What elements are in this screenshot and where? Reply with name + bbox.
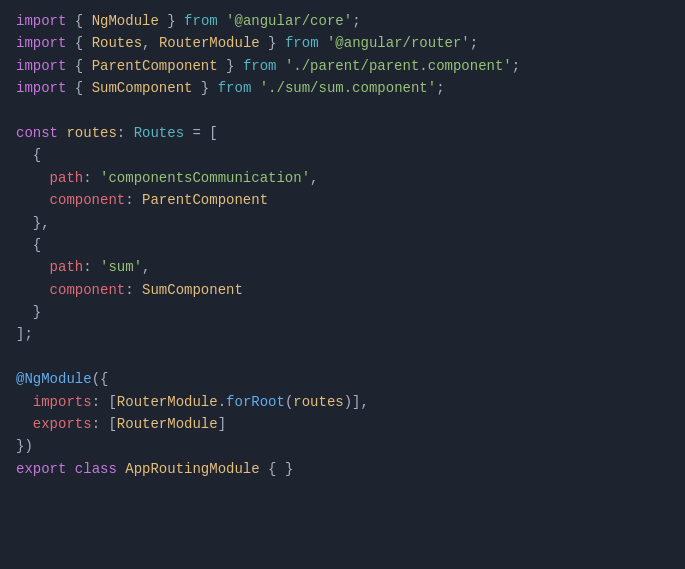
code-line-21: export class AppRoutingModule { } bbox=[16, 458, 669, 480]
code-line-17: @NgModule({ bbox=[16, 368, 669, 390]
code-line-10: }, bbox=[16, 212, 669, 234]
code-line-6: const routes: Routes = [ bbox=[16, 122, 669, 144]
code-line-11: { bbox=[16, 234, 669, 256]
code-line-9: component: ParentComponent bbox=[16, 189, 669, 211]
code-line-8: path: 'componentsCommunication', bbox=[16, 167, 669, 189]
code-line-12: path: 'sum', bbox=[16, 256, 669, 278]
code-line-16 bbox=[16, 346, 669, 368]
code-line-13: component: SumComponent bbox=[16, 279, 669, 301]
code-editor: import { NgModule } from '@angular/core'… bbox=[0, 0, 685, 569]
code-line-19: exports: [RouterModule] bbox=[16, 413, 669, 435]
code-line-2: import { Routes, RouterModule } from '@a… bbox=[16, 32, 669, 54]
code-line-18: imports: [RouterModule.forRoot(routes)], bbox=[16, 391, 669, 413]
code-line-3: import { ParentComponent } from './paren… bbox=[16, 55, 669, 77]
code-line-15: ]; bbox=[16, 323, 669, 345]
code-line-5 bbox=[16, 100, 669, 122]
code-line-7: { bbox=[16, 144, 669, 166]
code-line-20: }) bbox=[16, 435, 669, 457]
code-line-14: } bbox=[16, 301, 669, 323]
code-line-1: import { NgModule } from '@angular/core'… bbox=[16, 10, 669, 32]
code-line-4: import { SumComponent } from './sum/sum.… bbox=[16, 77, 669, 99]
